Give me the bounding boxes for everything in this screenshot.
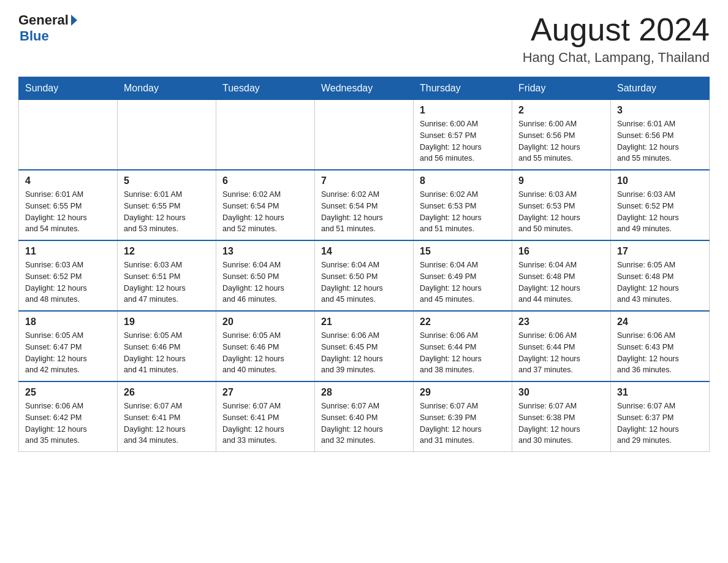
day-number: 20: [222, 316, 308, 327]
day-number: 12: [124, 246, 210, 257]
day-number: 31: [617, 387, 703, 398]
day-info: Sunrise: 6:07 AM Sunset: 6:41 PM Dayligh…: [124, 400, 210, 446]
day-number: 10: [617, 175, 703, 186]
day-info: Sunrise: 6:01 AM Sunset: 6:55 PM Dayligh…: [124, 189, 210, 235]
day-number: 9: [518, 175, 604, 186]
day-info: Sunrise: 6:05 AM Sunset: 6:47 PM Dayligh…: [25, 330, 111, 376]
title-area: August 2024 Hang Chat, Lampang, Thailand: [523, 12, 710, 66]
day-number: 17: [617, 246, 703, 257]
day-number: 7: [321, 175, 407, 186]
day-info: Sunrise: 6:05 AM Sunset: 6:46 PM Dayligh…: [124, 330, 210, 376]
day-info: Sunrise: 6:03 AM Sunset: 6:53 PM Dayligh…: [518, 189, 604, 235]
logo: General Blue: [18, 12, 77, 44]
calendar-week-row: 11Sunrise: 6:03 AM Sunset: 6:52 PM Dayli…: [19, 240, 710, 311]
day-info: Sunrise: 6:00 AM Sunset: 6:56 PM Dayligh…: [518, 118, 604, 164]
calendar-header-tuesday: Tuesday: [216, 77, 315, 99]
day-info: Sunrise: 6:02 AM Sunset: 6:53 PM Dayligh…: [420, 189, 506, 235]
calendar-day-15: 15Sunrise: 6:04 AM Sunset: 6:49 PM Dayli…: [414, 240, 512, 311]
day-info: Sunrise: 6:07 AM Sunset: 6:37 PM Dayligh…: [617, 400, 703, 446]
day-info: Sunrise: 6:01 AM Sunset: 6:56 PM Dayligh…: [617, 118, 703, 164]
location-subtitle: Hang Chat, Lampang, Thailand: [523, 50, 710, 66]
calendar-week-row: 25Sunrise: 6:06 AM Sunset: 6:42 PM Dayli…: [19, 381, 710, 452]
day-number: 2: [518, 105, 604, 116]
calendar-day-31: 31Sunrise: 6:07 AM Sunset: 6:37 PM Dayli…: [611, 381, 710, 452]
calendar-empty-cell: [19, 99, 118, 170]
calendar-day-17: 17Sunrise: 6:05 AM Sunset: 6:48 PM Dayli…: [611, 240, 710, 311]
day-number: 16: [518, 246, 604, 257]
day-info: Sunrise: 6:06 AM Sunset: 6:43 PM Dayligh…: [617, 330, 703, 376]
day-info: Sunrise: 6:07 AM Sunset: 6:38 PM Dayligh…: [518, 400, 604, 446]
month-title: August 2024: [523, 12, 710, 47]
calendar-day-2: 2Sunrise: 6:00 AM Sunset: 6:56 PM Daylig…: [512, 99, 611, 170]
calendar-empty-cell: [216, 99, 315, 170]
calendar-header-thursday: Thursday: [414, 77, 512, 99]
calendar-header-sunday: Sunday: [19, 77, 118, 99]
day-number: 11: [25, 246, 111, 257]
calendar-day-26: 26Sunrise: 6:07 AM Sunset: 6:41 PM Dayli…: [118, 381, 216, 452]
day-info: Sunrise: 6:04 AM Sunset: 6:50 PM Dayligh…: [222, 259, 308, 305]
calendar-day-13: 13Sunrise: 6:04 AM Sunset: 6:50 PM Dayli…: [216, 240, 315, 311]
day-info: Sunrise: 6:05 AM Sunset: 6:48 PM Dayligh…: [617, 259, 703, 305]
day-info: Sunrise: 6:06 AM Sunset: 6:44 PM Dayligh…: [420, 330, 506, 376]
day-info: Sunrise: 6:07 AM Sunset: 6:41 PM Dayligh…: [222, 400, 308, 446]
day-number: 25: [25, 387, 111, 398]
day-info: Sunrise: 6:04 AM Sunset: 6:50 PM Dayligh…: [321, 259, 407, 305]
calendar-day-12: 12Sunrise: 6:03 AM Sunset: 6:51 PM Dayli…: [118, 240, 216, 311]
day-number: 18: [25, 316, 111, 327]
day-info: Sunrise: 6:05 AM Sunset: 6:46 PM Dayligh…: [222, 330, 308, 376]
calendar-day-7: 7Sunrise: 6:02 AM Sunset: 6:54 PM Daylig…: [315, 170, 414, 240]
calendar-day-25: 25Sunrise: 6:06 AM Sunset: 6:42 PM Dayli…: [19, 381, 118, 452]
calendar-day-4: 4Sunrise: 6:01 AM Sunset: 6:55 PM Daylig…: [19, 170, 118, 240]
logo-general-text: General: [18, 12, 69, 28]
day-info: Sunrise: 6:03 AM Sunset: 6:52 PM Dayligh…: [617, 189, 703, 235]
calendar-day-24: 24Sunrise: 6:06 AM Sunset: 6:43 PM Dayli…: [611, 311, 710, 381]
day-info: Sunrise: 6:06 AM Sunset: 6:42 PM Dayligh…: [25, 400, 111, 446]
day-number: 3: [617, 105, 703, 116]
calendar-empty-cell: [118, 99, 216, 170]
calendar-day-23: 23Sunrise: 6:06 AM Sunset: 6:44 PM Dayli…: [512, 311, 611, 381]
calendar-day-28: 28Sunrise: 6:07 AM Sunset: 6:40 PM Dayli…: [315, 381, 414, 452]
calendar-day-27: 27Sunrise: 6:07 AM Sunset: 6:41 PM Dayli…: [216, 381, 315, 452]
page-header: General Blue August 2024 Hang Chat, Lamp…: [18, 12, 710, 66]
day-number: 26: [124, 387, 210, 398]
calendar-day-10: 10Sunrise: 6:03 AM Sunset: 6:52 PM Dayli…: [611, 170, 710, 240]
calendar-week-row: 1Sunrise: 6:00 AM Sunset: 6:57 PM Daylig…: [19, 99, 710, 170]
day-info: Sunrise: 6:07 AM Sunset: 6:40 PM Dayligh…: [321, 400, 407, 446]
day-number: 1: [420, 105, 506, 116]
day-number: 4: [25, 175, 111, 186]
day-number: 29: [420, 387, 506, 398]
day-info: Sunrise: 6:02 AM Sunset: 6:54 PM Dayligh…: [321, 189, 407, 235]
day-number: 27: [222, 387, 308, 398]
calendar-day-16: 16Sunrise: 6:04 AM Sunset: 6:48 PM Dayli…: [512, 240, 611, 311]
logo-blue-text: Blue: [20, 28, 49, 44]
calendar-day-5: 5Sunrise: 6:01 AM Sunset: 6:55 PM Daylig…: [118, 170, 216, 240]
day-number: 8: [420, 175, 506, 186]
calendar-day-21: 21Sunrise: 6:06 AM Sunset: 6:45 PM Dayli…: [315, 311, 414, 381]
day-info: Sunrise: 6:03 AM Sunset: 6:52 PM Dayligh…: [25, 259, 111, 305]
day-number: 21: [321, 316, 407, 327]
calendar-day-29: 29Sunrise: 6:07 AM Sunset: 6:39 PM Dayli…: [414, 381, 512, 452]
calendar-day-20: 20Sunrise: 6:05 AM Sunset: 6:46 PM Dayli…: [216, 311, 315, 381]
day-number: 30: [518, 387, 604, 398]
day-info: Sunrise: 6:04 AM Sunset: 6:49 PM Dayligh…: [420, 259, 506, 305]
day-number: 19: [124, 316, 210, 327]
day-number: 6: [222, 175, 308, 186]
day-number: 14: [321, 246, 407, 257]
calendar-week-row: 18Sunrise: 6:05 AM Sunset: 6:47 PM Dayli…: [19, 311, 710, 381]
calendar-day-22: 22Sunrise: 6:06 AM Sunset: 6:44 PM Dayli…: [414, 311, 512, 381]
day-number: 5: [124, 175, 210, 186]
calendar-day-9: 9Sunrise: 6:03 AM Sunset: 6:53 PM Daylig…: [512, 170, 611, 240]
calendar-day-8: 8Sunrise: 6:02 AM Sunset: 6:53 PM Daylig…: [414, 170, 512, 240]
day-info: Sunrise: 6:06 AM Sunset: 6:45 PM Dayligh…: [321, 330, 407, 376]
calendar-week-row: 4Sunrise: 6:01 AM Sunset: 6:55 PM Daylig…: [19, 170, 710, 240]
calendar-table: SundayMondayTuesdayWednesdayThursdayFrid…: [18, 77, 710, 452]
calendar-header-wednesday: Wednesday: [315, 77, 414, 99]
day-info: Sunrise: 6:02 AM Sunset: 6:54 PM Dayligh…: [222, 189, 308, 235]
day-number: 23: [518, 316, 604, 327]
day-info: Sunrise: 6:00 AM Sunset: 6:57 PM Dayligh…: [420, 118, 506, 164]
day-number: 28: [321, 387, 407, 398]
day-number: 15: [420, 246, 506, 257]
calendar-day-6: 6Sunrise: 6:02 AM Sunset: 6:54 PM Daylig…: [216, 170, 315, 240]
day-info: Sunrise: 6:07 AM Sunset: 6:39 PM Dayligh…: [420, 400, 506, 446]
calendar-day-18: 18Sunrise: 6:05 AM Sunset: 6:47 PM Dayli…: [19, 311, 118, 381]
